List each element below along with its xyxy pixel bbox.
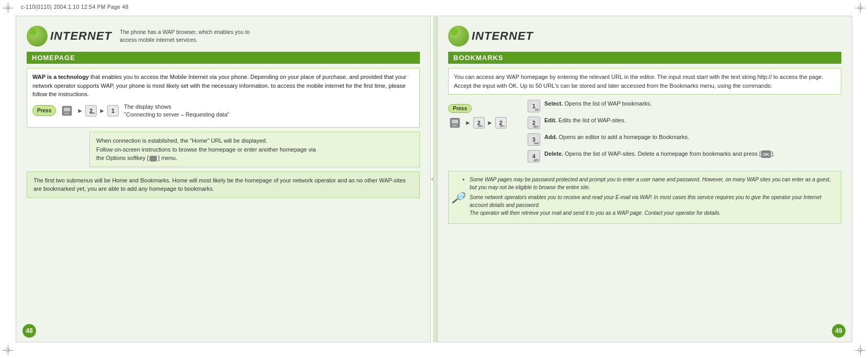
- display-shows: The display shows "Connecting to server …: [124, 103, 230, 119]
- page-number-49: 49: [832, 324, 846, 338]
- notes-item-2: Some network operators enables you to re…: [470, 193, 835, 217]
- reg-mark-tr: [855, 3, 865, 13]
- callout-box-left: When connection is established, the "Hom…: [89, 132, 420, 167]
- bookmark-text-delete: Delete. Opens the list of WAP-sites. Del…: [544, 150, 774, 158]
- notes-icon: 🔎: [452, 190, 465, 205]
- section-header-homepage: HOMEPAGE: [27, 52, 420, 64]
- options-softkey-icon: [150, 156, 157, 161]
- reg-mark-bl: [3, 345, 13, 355]
- page-right: INTERNET BOOKMARKS You can access any WA…: [437, 16, 852, 342]
- display-line1: The display shows: [124, 103, 230, 111]
- button-sequence-right: ► 2 abc ► 2 abc: [448, 117, 521, 129]
- arrow-1-right: ►: [465, 119, 471, 126]
- internet-desc-left: The phone has a WAP browser, which enabl…: [120, 28, 266, 43]
- svg-rect-1: [64, 108, 70, 111]
- bookmark-key-4: 4 ghi: [528, 150, 540, 163]
- bookmarks-right-col: 1 25 Select. Opens the list of WAP bookm…: [528, 100, 841, 167]
- bookmarks-content: Press ► 2 abc: [448, 100, 841, 167]
- bookmark-item-select: 1 25 Select. Opens the list of WAP bookm…: [528, 100, 841, 112]
- bookmark-item-edit: 2 abc Edit. Edits the list of WAP-sites.: [528, 117, 841, 129]
- press-label-left: Press: [32, 105, 56, 116]
- arrow-1-left: ►: [77, 106, 83, 116]
- bookmark-key-1: 1 25: [528, 100, 540, 112]
- key-1-left: 1: [107, 105, 119, 117]
- internet-title-left: INTERNET: [50, 29, 112, 43]
- bottom-info-box: The first two submenus will be Home and …: [27, 171, 420, 198]
- button-sequence-left: ► 2 abc ► 1: [60, 105, 119, 117]
- notes-item-1: Some WAP pages may be password protected…: [470, 176, 835, 191]
- bookmark-text-select: Select. Opens the list of WAP bookmarks.: [544, 100, 652, 108]
- bookmark-item-delete: 4 ghi Delete. Opens the list of WAP-site…: [528, 150, 841, 163]
- internet-header-right: INTERNET: [448, 26, 841, 47]
- header-text: c-110(0110) 2004.1.10 12:54 PM Page 48: [21, 4, 129, 10]
- reg-mark-tl: [3, 3, 13, 13]
- svg-rect-4: [66, 112, 68, 114]
- wap-text: that enables you to access the Mobile In…: [32, 74, 406, 97]
- press-label-right: Press: [448, 104, 472, 113]
- internet-logo-right: INTERNET: [448, 26, 533, 47]
- arrow-2-right: ►: [487, 119, 493, 126]
- internet-circle-right: [448, 26, 469, 47]
- internet-logo-left: INTERNET: [27, 26, 112, 47]
- bookmark-text-add: Add. Opens an editor to add a homepage t…: [544, 133, 689, 141]
- section-header-bookmarks: BOOKMARKS: [448, 52, 841, 64]
- notes-list: Some WAP pages may be password protected…: [470, 176, 835, 217]
- intro-text: You can access any WAP homepage by enter…: [454, 74, 823, 89]
- bookmark-text-edit: Edit. Edits the list of WAP-sites.: [544, 117, 625, 124]
- wap-bold: WAP is a technology: [32, 74, 89, 80]
- page-left: INTERNET The phone has a WAP browser, wh…: [16, 16, 431, 342]
- right-page-intro: You can access any WAP homepage by enter…: [448, 68, 841, 95]
- page-container: c-110(0110) 2004.1.10 12:54 PM Page 48 I…: [0, 0, 868, 358]
- bookmarks-left-col: Press ► 2 abc: [448, 100, 521, 167]
- reg-mark-br: [855, 345, 865, 355]
- bookmark-item-add: 3 def Add. Opens an editor to add a home…: [528, 133, 841, 146]
- display-line2: "Connecting to server – Requesting data": [124, 111, 230, 119]
- notes-box: 🔎 Some WAP pages may be password protect…: [448, 171, 841, 224]
- pages-wrapper: INTERNET The phone has a WAP browser, wh…: [16, 16, 852, 342]
- internet-title-right: INTERNET: [472, 29, 533, 43]
- header-bar: c-110(0110) 2004.1.10 12:54 PM Page 48: [21, 4, 847, 10]
- internet-header-left: INTERNET The phone has a WAP browser, wh…: [27, 26, 420, 47]
- press-area-right: Press: [448, 104, 521, 113]
- key-2abc-r1: 2 abc: [473, 117, 485, 129]
- svg-rect-6: [452, 120, 458, 123]
- page-spine: [433, 16, 437, 342]
- page-number-48: 48: [22, 324, 36, 338]
- press-area-left: Press ► 2 abc: [32, 103, 414, 119]
- bookmark-key-2: 2 abc: [528, 117, 540, 129]
- arrow-2-left: ►: [99, 106, 105, 116]
- wap-description-box: WAP is a technology that enables you to …: [27, 68, 420, 128]
- key-2abc-r2: 2 abc: [495, 117, 507, 129]
- bookmark-key-3: 3 def: [528, 133, 540, 146]
- ok-button-icon: OK: [761, 151, 771, 158]
- phone-icon-left: [60, 105, 75, 117]
- svg-rect-9: [454, 124, 456, 126]
- key-2abc-left: 2 abc: [85, 105, 97, 117]
- phone-icon-right: [448, 117, 463, 129]
- internet-circle-left: [27, 26, 48, 47]
